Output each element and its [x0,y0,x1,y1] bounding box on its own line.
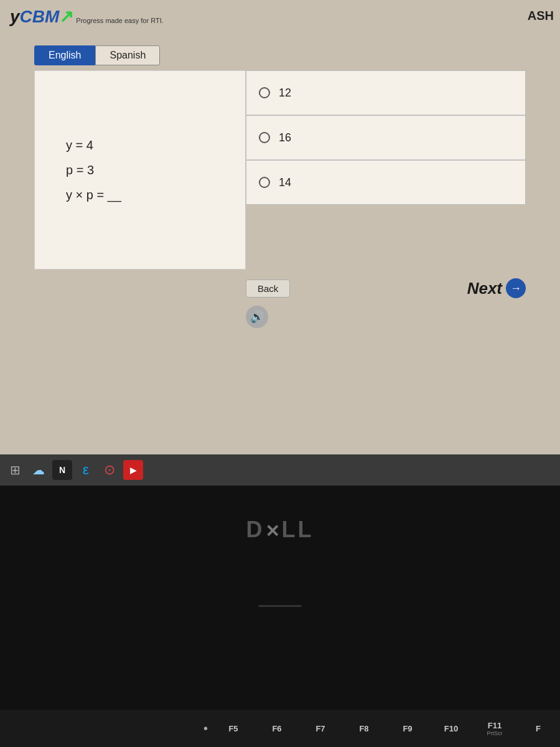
fn-key-f11[interactable]: F11 PrtScr [473,721,516,736]
answer-option-3[interactable]: 14 [246,160,526,205]
logo-bar: yCBM↗ Progress made easy for RTI. [0,0,560,33]
question-line2: p = 3 [66,157,121,182]
fn-key-f7[interactable]: F7 [299,724,342,733]
app-logo: yCBM↗ [10,6,73,27]
taskbar-video-icon[interactable]: ▶ [123,460,143,480]
answer-value-1: 12 [279,87,291,100]
bullet-dot: • [200,721,212,736]
fn-key-f6[interactable]: F6 [255,724,299,733]
answers-panel: 12 16 14 [246,70,526,270]
answer-option-2[interactable]: 16 [246,115,526,160]
question-text: y = 4 p = 3 y × p = __ [66,133,121,207]
fn-key-f-partial[interactable]: F [516,724,560,733]
tab-spanish[interactable]: Spanish [95,45,160,65]
audio-icon: 🔊 [250,310,264,324]
back-button[interactable]: Back [246,280,290,298]
next-arrow-icon[interactable]: → [506,278,526,298]
answer-value-3: 14 [279,176,291,189]
dell-ll: LL [282,517,314,542]
fn-key-f5[interactable]: F5 [212,724,255,733]
question-line3: y × p = __ [66,182,121,207]
question-line1: y = 4 [66,133,121,157]
next-label: Next [467,279,502,298]
main-content: y = 4 p = 3 y × p = __ 12 16 14 [34,70,526,270]
app-area: yCBM↗ Progress made easy for RTI. ASH En… [0,0,560,486]
fn-key-f9[interactable]: F9 [386,724,429,733]
fn-key-f10[interactable]: F10 [429,724,473,733]
taskbar-edge-icon[interactable]: ε [76,460,96,480]
taskbar-cloud-icon[interactable]: ☁ [29,460,49,480]
top-right-label: ASH [528,9,554,23]
radio-2[interactable] [259,132,270,143]
language-tabs: English Spanish [34,45,560,65]
touchpad-indicator [258,605,302,607]
logo-tagline: Progress made easy for RTI. [76,17,163,24]
fn-key-f8[interactable]: F8 [342,724,386,733]
next-button[interactable]: Next → [467,278,526,298]
dell-slash-icon: ✕ [265,522,282,541]
taskbar-windows-icon[interactable]: ⊞ [5,460,25,480]
dell-logo: D✕LL [246,517,314,543]
answer-value-2: 16 [279,131,291,144]
fn-keys-row: • F5 F6 F7 F8 F9 F10 F11 PrtScr F [0,710,560,747]
radio-1[interactable] [259,87,270,98]
radio-3[interactable] [259,177,270,188]
taskbar-n-icon[interactable]: N [52,460,72,480]
laptop-bottom: D✕LL • F5 F6 F7 F8 F9 F10 F11 PrtScr F [0,486,560,747]
dell-d: D [246,517,265,542]
controls-left: Back [246,280,290,298]
question-panel: y = 4 p = 3 y × p = __ [34,70,246,270]
answer-option-1[interactable]: 12 [246,70,526,115]
audio-button[interactable]: 🔊 [246,306,268,328]
audio-row: 🔊 [34,306,526,328]
tab-english[interactable]: English [34,45,95,65]
taskbar: ⊞ ☁ N ε ⊙ ▶ [0,454,560,486]
controls-row: Back Next → [34,278,526,298]
taskbar-chrome-icon[interactable]: ⊙ [100,460,119,480]
